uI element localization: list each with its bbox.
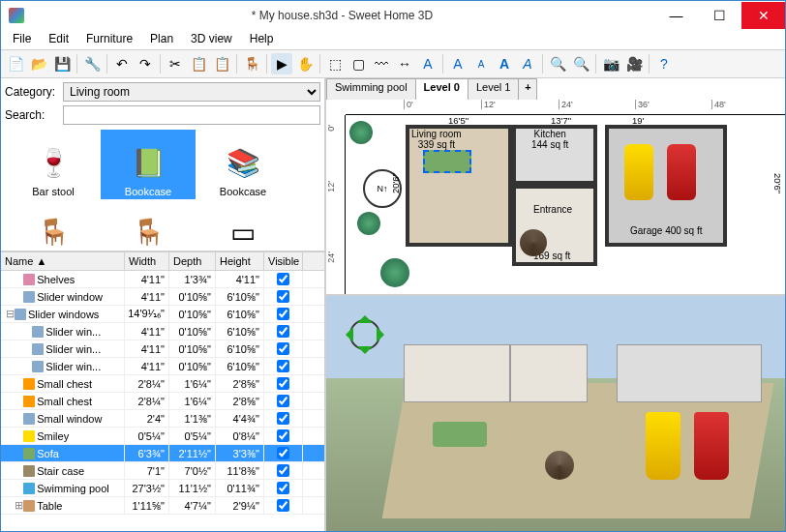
- nav-right-icon[interactable]: [377, 327, 392, 342]
- visible-checkbox[interactable]: [277, 412, 289, 425]
- table-row[interactable]: ⊟Slider windows14'9¹⁄₁₆"0'10⅝"6'10⅝": [1, 306, 324, 323]
- visible-checkbox[interactable]: [277, 273, 289, 285]
- visible-checkbox[interactable]: [277, 499, 289, 512]
- visible-checkbox[interactable]: [277, 377, 289, 390]
- nav-left-icon[interactable]: [338, 327, 353, 342]
- menu-3dview[interactable]: 3D view: [183, 30, 240, 49]
- open-icon[interactable]: 📂: [28, 53, 49, 74]
- catalog-item[interactable]: 📗Bookcase: [101, 130, 196, 199]
- catalog-item[interactable]: 🪑Chair: [6, 199, 101, 247]
- catalog-item[interactable]: 📚Bookcase: [196, 130, 290, 199]
- cut-icon[interactable]: ✂: [165, 53, 186, 74]
- menu-file[interactable]: File: [5, 30, 39, 49]
- visible-checkbox[interactable]: [277, 447, 289, 459]
- ruler-vertical: 0'12'24': [326, 115, 346, 294]
- tab-level-1[interactable]: Level 1: [468, 78, 519, 100]
- visible-checkbox[interactable]: [277, 464, 289, 477]
- catalog-item[interactable]: 🍷Bar stool: [6, 130, 101, 199]
- car3d-yellow: [646, 412, 680, 480]
- new-icon[interactable]: 📄: [5, 53, 26, 74]
- nav-down-icon[interactable]: [357, 346, 373, 362]
- save-icon[interactable]: 💾: [51, 53, 73, 74]
- catalog-item[interactable]: 🪑Chair: [101, 199, 196, 247]
- sofa-selected[interactable]: [423, 150, 471, 173]
- plan-view[interactable]: Swimming pool Level 0 Level 1 + 0'12'24'…: [326, 78, 785, 296]
- menu-furniture[interactable]: Furniture: [78, 30, 140, 49]
- visible-checkbox[interactable]: [277, 325, 289, 338]
- maximize-button[interactable]: ☐: [698, 2, 741, 29]
- menu-plan[interactable]: Plan: [142, 30, 181, 49]
- 3d-view[interactable]: [326, 296, 785, 531]
- nav-up-icon[interactable]: [357, 308, 373, 323]
- undo-icon[interactable]: ↶: [111, 53, 133, 74]
- visible-checkbox[interactable]: [277, 482, 289, 494]
- bold-icon[interactable]: A: [494, 53, 515, 74]
- pan-icon[interactable]: ✋: [294, 53, 316, 74]
- zoom-out-icon[interactable]: 🔍: [570, 53, 591, 74]
- category-select[interactable]: Living room: [63, 82, 320, 102]
- paste-icon[interactable]: 📋: [211, 53, 232, 74]
- visible-checkbox[interactable]: [277, 395, 289, 407]
- table-row[interactable]: Small chest2'8¼"1'6¼"2'8⅝": [1, 393, 324, 410]
- tab-add[interactable]: +: [518, 78, 537, 100]
- furniture-list-body[interactable]: Shelves4'11"1'3¾"4'11" Slider window4'11…: [1, 271, 324, 531]
- video-icon[interactable]: 🎥: [623, 53, 645, 74]
- close-button[interactable]: ✕: [741, 2, 785, 29]
- visible-checkbox[interactable]: [277, 342, 289, 355]
- table-row[interactable]: ⊞Table1'11⅝"4'7¼"2'9¼": [1, 497, 324, 515]
- zoom-in-icon[interactable]: 🔍: [547, 53, 568, 74]
- zoom-smaller-icon[interactable]: A: [470, 53, 492, 74]
- photo-icon[interactable]: 📷: [600, 53, 621, 74]
- furniture-thumb-icon: 📗: [125, 139, 171, 186]
- col-name[interactable]: Name ▲: [1, 252, 125, 270]
- search-input[interactable]: [63, 105, 320, 125]
- text-icon[interactable]: A: [417, 53, 438, 74]
- table-row[interactable]: Sofa6'3¾"2'11½"3'3⅜": [1, 445, 324, 462]
- table-row[interactable]: Small window2'4"1'1⅜"4'4¾": [1, 410, 324, 428]
- help-icon[interactable]: ?: [653, 53, 675, 74]
- tab-swimming-pool[interactable]: Swimming pool: [326, 78, 416, 100]
- table-row[interactable]: Slider win...4'11"0'10⅝"6'10⅝": [1, 340, 324, 358]
- car-red[interactable]: [667, 144, 696, 200]
- nav-control[interactable]: [338, 308, 392, 362]
- zoom-larger-icon[interactable]: A: [447, 53, 469, 74]
- visible-checkbox[interactable]: [277, 429, 289, 442]
- label-living: Living room339 sq ft: [411, 129, 462, 150]
- copy-icon[interactable]: 📋: [188, 53, 209, 74]
- table-row[interactable]: Shelves4'11"1'3¾"4'11": [1, 271, 324, 288]
- visible-checkbox[interactable]: [277, 308, 289, 320]
- add-furniture-icon[interactable]: 🪑: [241, 53, 262, 74]
- room-icon[interactable]: ▢: [348, 53, 369, 74]
- ruler-horizontal: 0'12'24'36'48': [346, 100, 785, 115]
- catalog-item[interactable]: ▭Coffee table: [196, 199, 290, 247]
- table-row[interactable]: Slider win...4'11"0'10⅝"6'10⅝": [1, 323, 324, 340]
- table-row[interactable]: Small chest2'8¼"1'6¼"2'8⅝": [1, 375, 324, 393]
- furniture-catalog: Category: Living room Search: 🍷Bar stool…: [1, 78, 324, 252]
- visible-checkbox[interactable]: [277, 290, 289, 303]
- staircase3d: [545, 451, 574, 480]
- car-yellow[interactable]: [624, 144, 653, 200]
- col-height[interactable]: Height: [216, 252, 264, 270]
- menu-help[interactable]: Help: [242, 30, 282, 49]
- visible-checkbox[interactable]: [277, 360, 289, 372]
- select-icon[interactable]: ▶: [271, 53, 292, 74]
- staircase-icon[interactable]: [520, 229, 547, 256]
- preferences-icon[interactable]: 🔧: [81, 53, 103, 74]
- col-visible[interactable]: Visible: [264, 252, 303, 270]
- col-depth[interactable]: Depth: [169, 252, 216, 270]
- minimize-button[interactable]: —: [654, 2, 698, 29]
- table-row[interactable]: Slider win...4'11"0'10⅝"6'10⅝": [1, 358, 324, 375]
- col-width[interactable]: Width: [125, 252, 169, 270]
- table-row[interactable]: Slider window4'11"0'10⅝"6'10⅝": [1, 288, 324, 306]
- table-row[interactable]: Swimming pool27'3½"11'1½"0'11¾": [1, 480, 324, 497]
- polyline-icon[interactable]: 〰: [371, 53, 392, 74]
- table-row[interactable]: Stair case7'1"7'0½"11'8⅜": [1, 462, 324, 480]
- tab-level-0[interactable]: Level 0: [415, 78, 469, 100]
- tree-icon: [380, 258, 409, 287]
- wall-icon[interactable]: ⬚: [324, 53, 346, 74]
- italic-icon[interactable]: A: [517, 53, 538, 74]
- redo-icon[interactable]: ↷: [135, 53, 156, 74]
- table-row[interactable]: Smiley0'5¼"0'5¼"0'8¼": [1, 428, 324, 445]
- dimension-icon[interactable]: ↔: [394, 53, 415, 74]
- menu-edit[interactable]: Edit: [41, 30, 76, 49]
